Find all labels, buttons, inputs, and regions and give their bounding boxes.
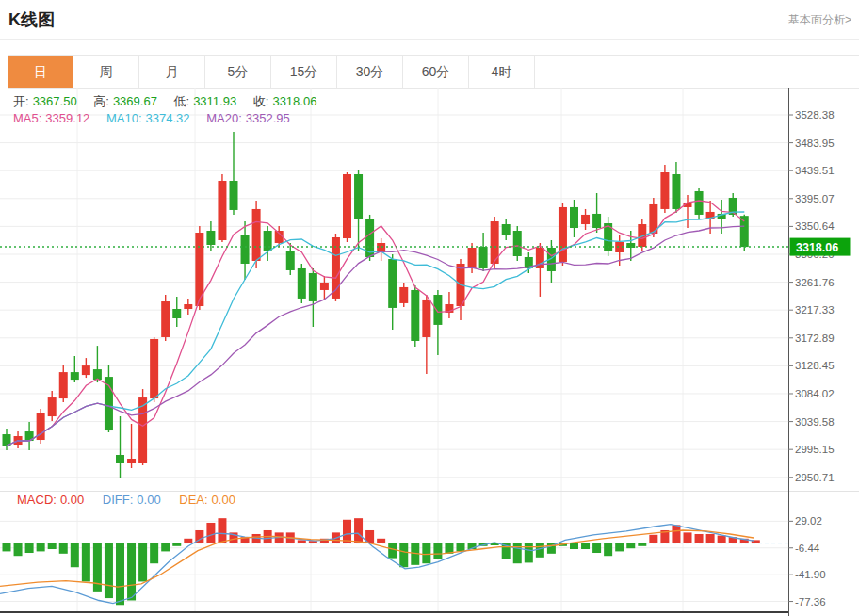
fundamental-analysis-link[interactable]: 基本面分析> [788, 12, 851, 28]
svg-text:-41.90: -41.90 [795, 569, 826, 580]
low-label: 低: [174, 94, 190, 108]
tab-period-30分[interactable]: 30分 [337, 56, 403, 88]
tab-period-4时[interactable]: 4时 [469, 56, 535, 88]
svg-text:3039.58: 3039.58 [795, 416, 835, 428]
ohlc-info-row: 开:3367.50 高:3369.67 低:3311.93 收:3318.06 [13, 93, 320, 110]
svg-text:3261.76: 3261.76 [795, 277, 835, 288]
ma10-label: MA10: [106, 111, 142, 125]
svg-text:3483.95: 3483.95 [795, 138, 835, 149]
dea-value: 0.00 [212, 493, 235, 507]
diff-label: DIFF: [103, 493, 134, 507]
ma20-line [7, 226, 744, 446]
tab-period-15分[interactable]: 15分 [271, 56, 337, 88]
svg-text:29.02: 29.02 [795, 515, 822, 527]
svg-text:3084.02: 3084.02 [795, 388, 835, 399]
price-axis-labels: 3528.383483.953439.513395.073350.643306.… [788, 109, 835, 608]
tab-period-60分[interactable]: 60分 [403, 56, 469, 88]
tab-period-日[interactable]: 日 [8, 56, 73, 88]
ma20-value: 3352.95 [246, 111, 290, 125]
svg-text:3128.45: 3128.45 [795, 360, 835, 371]
low-value: 3311.93 [193, 94, 236, 108]
ma5-line [7, 201, 744, 446]
close-label: 收: [253, 94, 269, 108]
ma-info-row: MA5:3359.12 MA10:3374.32 MA20:3352.95 [13, 111, 294, 125]
macd-info-row: MACD:0.00 DIFF:0.00 DEA:0.00 [17, 493, 239, 507]
page-title: K线图 [8, 8, 55, 31]
tab-period-月[interactable]: 月 [139, 56, 205, 88]
svg-text:3439.51: 3439.51 [795, 165, 835, 176]
macd-value: 0.00 [60, 493, 84, 507]
diff-line [0, 525, 754, 604]
svg-text:3395.07: 3395.07 [795, 193, 835, 204]
close-value: 3318.06 [272, 94, 316, 108]
ma10-value: 3374.32 [146, 111, 190, 125]
diff-value: 0.00 [137, 493, 160, 507]
last-price-badge: 3318.06 [790, 238, 851, 256]
tab-period-周[interactable]: 周 [73, 56, 139, 88]
svg-text:3528.38: 3528.38 [795, 109, 835, 121]
high-value: 3369.67 [113, 94, 157, 108]
svg-text:2995.15: 2995.15 [795, 444, 835, 455]
page-header: K线图 基本面分析> [0, 0, 859, 40]
ma20-label: MA20: [206, 111, 242, 125]
svg-text:3350.64: 3350.64 [795, 220, 835, 232]
candlestick-series [3, 132, 749, 478]
svg-text:3172.89: 3172.89 [795, 332, 835, 344]
svg-text:3318.06: 3318.06 [796, 241, 838, 254]
svg-text:3217.33: 3217.33 [795, 304, 835, 316]
high-label: 高: [93, 94, 109, 108]
dea-line [0, 530, 754, 587]
svg-text:-6.44: -6.44 [795, 543, 820, 554]
open-label: 开: [13, 94, 29, 108]
tab-period-5分[interactable]: 5分 [205, 56, 271, 88]
svg-text:2950.71: 2950.71 [795, 472, 835, 483]
macd-label: MACD: [17, 493, 57, 507]
period-tabbar: 日周月5分15分30分60分4时 [8, 55, 859, 89]
kline-chart-area: 3528.383483.953439.513395.073350.643306.… [0, 88, 859, 616]
open-value: 3367.50 [33, 94, 77, 108]
ma-lines [7, 201, 744, 446]
svg-text:-77.36: -77.36 [795, 596, 826, 608]
ma5-value: 3359.12 [45, 111, 89, 125]
macd-histogram [3, 518, 760, 605]
kline-chart-svg: 3528.383483.953439.513395.073350.643306.… [0, 88, 859, 616]
dea-label: DEA: [179, 493, 207, 507]
ma5-label: MA5: [13, 111, 41, 125]
